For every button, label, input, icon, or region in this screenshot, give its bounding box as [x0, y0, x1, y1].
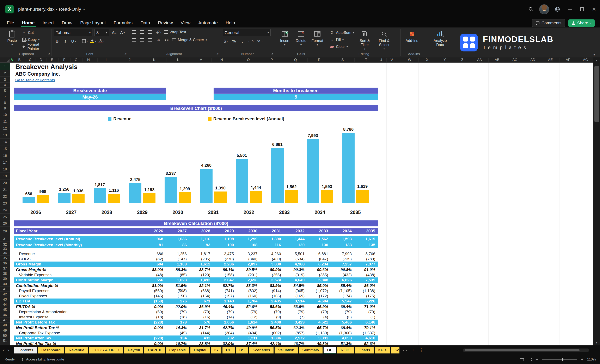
cell[interactable]: (16) — [190, 315, 213, 319]
cell[interactable]: 686 — [142, 252, 166, 256]
vertical-scrollbar[interactable]: ▲ ▼ — [593, 57, 600, 346]
row-header-32[interactable]: 32 — [0, 242, 10, 247]
cell[interactable]: (3) — [331, 315, 355, 319]
align-right-button[interactable] — [147, 37, 153, 43]
cell[interactable]: 83.9% — [260, 283, 284, 288]
sheet-tab-be[interactable]: BE — [324, 347, 336, 354]
cell[interactable]: (79) — [284, 310, 308, 314]
cell[interactable]: 133 — [331, 243, 355, 247]
breakeven-chart[interactable]: Revenue Revenue Breakeven level (Annual)… — [14, 111, 378, 221]
sheet-tab-payroll[interactable]: Payroll — [124, 347, 143, 354]
new-sheet-icon[interactable]: + — [410, 347, 417, 353]
cell[interactable]: (79) — [190, 310, 213, 314]
menu-tab-data[interactable]: Data — [136, 18, 154, 27]
cell[interactable]: (668) — [190, 289, 213, 293]
cell[interactable]: (4) — [308, 315, 331, 319]
scroll-up-icon[interactable]: ▲ — [593, 59, 600, 62]
select-all-corner[interactable] — [0, 57, 10, 63]
cell[interactable]: (145) — [142, 294, 166, 298]
sheet-tab-scenarios[interactable]: Scenarios — [249, 347, 274, 354]
cell[interactable]: 6,826 — [331, 278, 355, 282]
row-header-23[interactable]: 23 — [0, 200, 10, 207]
cell[interactable]: 179 — [166, 320, 190, 325]
cell[interactable]: (9) — [260, 315, 284, 319]
zoom-out-icon[interactable]: − — [535, 357, 538, 362]
row-header-26[interactable]: 26 — [0, 220, 10, 227]
cell[interactable]: 108 — [237, 243, 260, 247]
font-color-button[interactable]: A ▾ — [98, 38, 105, 44]
table-row-net-profit-after-tax[interactable]: Net Profit After Tax(228)1344327921,2111… — [14, 336, 378, 341]
title-dropdown-chevron-icon[interactable]: ▾ — [83, 8, 85, 11]
increase-font-button[interactable]: A▴ — [111, 29, 117, 36]
borders-button[interactable]: ▾ — [82, 38, 88, 44]
menu-tab-review[interactable]: Review — [154, 18, 177, 27]
cell[interactable]: 84.5% — [284, 283, 308, 288]
cell[interactable]: (228) — [142, 320, 166, 325]
minimize-button[interactable] — [564, 0, 576, 18]
column-header-ae[interactable]: AE — [548, 57, 553, 62]
row-header-39[interactable]: 39 — [0, 276, 10, 281]
horizontal-scrollbar[interactable] — [463, 348, 589, 352]
column-header-j[interactable]: J — [129, 57, 131, 62]
cell[interactable]: 1,149 — [213, 299, 237, 303]
cell[interactable]: 2,495 — [260, 299, 284, 303]
table-row-ebitda[interactable]: EBITDA(150)2766711,1491,7042,4953,5144,6… — [14, 299, 378, 304]
cell[interactable]: 1,036 — [166, 237, 190, 241]
table-row-corporate-tax-expense[interactable]: Corporate Tax Expense-(45)(144)(264)(404… — [14, 330, 378, 336]
align-top-button[interactable] — [131, 29, 137, 35]
sheet-tab-contents[interactable]: Contents — [14, 347, 37, 354]
merge-center-button[interactable]: Merge & Center▾ — [172, 37, 207, 43]
tabs-scroll-right-icon[interactable]: › — [8, 347, 12, 353]
underline-button[interactable]: U▾ — [71, 38, 77, 44]
column-header-r[interactable]: R — [318, 57, 320, 62]
row-header-49[interactable]: 49 — [0, 328, 10, 333]
orientation-button[interactable]: ab▾ — [156, 29, 162, 35]
table-row-ebitda[interactable]: EBITDA %0.0%22.0%36.9%46.4%52.6%58.6%63.… — [14, 304, 378, 309]
cell[interactable]: 135 — [355, 243, 378, 247]
column-header-ad[interactable]: AD — [530, 57, 535, 62]
cell[interactable]: 4,099 — [331, 336, 355, 340]
cell[interactable]: 4,649 — [284, 278, 308, 282]
cell[interactable]: (1) — [355, 315, 378, 319]
column-header-i[interactable]: I — [106, 57, 107, 62]
cell[interactable]: 1,562 — [308, 237, 331, 241]
row-header-21[interactable]: 21 — [0, 186, 10, 193]
row-header-38[interactable]: 38 — [0, 271, 10, 276]
row-header-40[interactable]: 40 — [0, 281, 10, 287]
decrease-decimal-button[interactable]: .00→ — [256, 38, 263, 44]
zoom-level[interactable]: 110% — [587, 357, 596, 362]
cut-button[interactable]: ✂Cut — [22, 30, 49, 36]
cell[interactable]: (256) — [260, 273, 284, 277]
legend-item-breakeven[interactable]: Revenue Breakeven level (Annual) — [208, 116, 284, 121]
cell[interactable]: 4,521 — [308, 320, 331, 325]
sheet-tab-capital[interactable]: Capital — [190, 347, 210, 354]
cell[interactable]: 86.0% — [355, 283, 378, 288]
menu-tab-automate[interactable]: Automate — [194, 18, 222, 27]
decrease-font-button[interactable]: A▾ — [119, 29, 125, 36]
row-header-34[interactable]: 34 — [0, 250, 10, 255]
cell[interactable]: 671 — [190, 299, 213, 303]
cell[interactable]: 86 — [166, 243, 190, 247]
cell[interactable]: 1,444 — [284, 237, 308, 241]
sheet-tab-so[interactable]: So — [391, 347, 399, 354]
cell[interactable]: (79) — [308, 310, 331, 314]
cell[interactable]: 0.0% — [142, 326, 166, 330]
cell[interactable]: 1,056 — [213, 320, 237, 325]
cell[interactable]: (165) — [260, 294, 284, 298]
column-header-u[interactable]: U — [380, 57, 382, 62]
sheet-options-icon[interactable]: ⋮ — [417, 347, 426, 353]
copy-button[interactable]: Copy▾ — [22, 37, 49, 43]
row-header-11[interactable]: 11 — [0, 118, 10, 125]
cell[interactable]: 2,696 — [237, 278, 260, 282]
cell[interactable]: 130 — [308, 243, 331, 247]
row-header-24[interactable]: 24 — [0, 207, 10, 214]
cell[interactable]: (432) — [331, 273, 355, 277]
cell[interactable]: (150) — [166, 294, 190, 298]
font-family-select[interactable]: Tahoma▾ — [54, 29, 93, 36]
tabs-scroll-left-icon[interactable]: ‹ — [0, 347, 8, 353]
cell[interactable]: (789) — [355, 257, 378, 261]
cell[interactable]: (438) — [355, 273, 378, 277]
cell[interactable]: (175) — [355, 294, 378, 298]
cell[interactable]: 52.6% — [237, 304, 260, 309]
cell[interactable]: 68.4% — [331, 326, 355, 330]
